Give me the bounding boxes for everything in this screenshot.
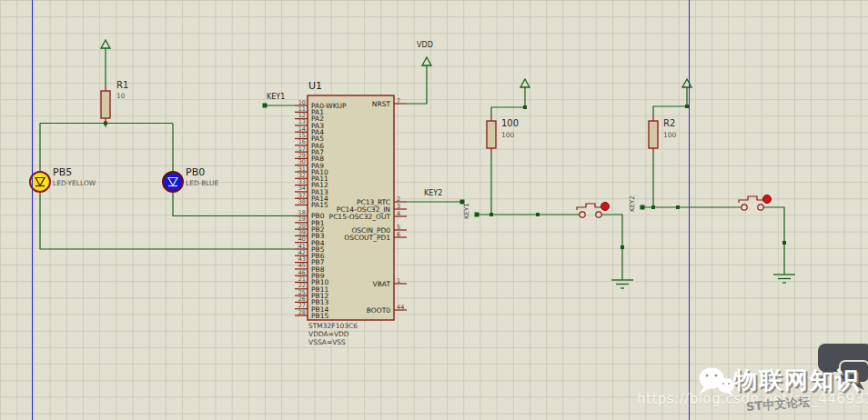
ground-right-icon — [773, 275, 795, 283]
power-label-vdd: VDD — [417, 41, 433, 49]
wire-pb0led-pin18 — [173, 192, 295, 216]
watermark-wechat-text: 物联网知识 — [733, 365, 861, 396]
wires[interactable] — [40, 48, 784, 280]
rkey1-value: 100 — [501, 131, 514, 139]
pin-name: PC15-OSC32_OUT — [329, 213, 391, 221]
net-label-key2-rotated: KEY2 — [629, 195, 636, 212]
mcu-note-vssa: VSSA=VSS — [308, 338, 346, 346]
pin-name: PB15 — [311, 312, 328, 320]
pin-number: 28 — [298, 309, 306, 316]
resistor-r1 — [101, 85, 110, 124]
pin-number: 44 — [397, 304, 404, 311]
push-button-key2 — [739, 195, 772, 211]
wire-nrst-vdd — [407, 65, 427, 104]
pin-number: 5 — [397, 224, 400, 231]
terminal-key1-mid — [475, 213, 479, 217]
net-label-key1: KEY1 — [267, 93, 285, 101]
resistor-key1 — [487, 115, 496, 154]
wire-pb5led-pin41 — [40, 192, 295, 249]
pin-name: VBAT — [373, 280, 391, 288]
pin-number: 38 — [298, 198, 306, 205]
wire-mid-row-right — [601, 215, 622, 280]
pin-number: 2 — [397, 195, 400, 203]
power-arrow-mid-icon — [520, 79, 530, 87]
led-blue-value: LED-BLUE — [186, 179, 218, 187]
proteus-schematic-canvas: 10PA0-WKUP11PA112PA213PA314PA415PA516PA6… — [0, 0, 868, 420]
terminal-key2-far — [641, 205, 645, 210]
button-actuator-key1[interactable] — [601, 203, 610, 211]
r2-ref: R2 — [663, 118, 675, 128]
rkey1-ref: 100 — [501, 118, 519, 128]
pin-name: BOOT0 — [367, 306, 390, 315]
r2-value: 100 — [663, 131, 676, 139]
pin-number: 1 — [397, 277, 400, 285]
pin-number: 6 — [397, 231, 400, 238]
terminal-key1-left — [263, 104, 267, 108]
led-yellow-ref: PB5 — [53, 166, 72, 178]
led-yellow-value: LED-YELLOW — [53, 179, 96, 187]
wire-right-row-right — [763, 207, 784, 275]
ground-terminals[interactable] — [611, 275, 795, 288]
r1-value: 10 — [116, 92, 126, 100]
mcu-part-number: STM32F103C6 — [308, 322, 358, 330]
pin-number: 4 — [397, 210, 400, 217]
led-blue-pb0 — [163, 172, 183, 192]
pin-name: OSCOUT_PD1 — [344, 234, 390, 242]
push-button-key1 — [577, 203, 610, 218]
r1-ref: R1 — [116, 80, 128, 90]
power-terminals[interactable] — [101, 40, 691, 87]
pin-number: 3 — [397, 203, 400, 210]
pin-number: 7 — [397, 97, 400, 105]
resistor-r2 — [649, 115, 658, 154]
mcu-note-vdda: VDDA=VDD — [308, 330, 349, 338]
net-label-key1-rotated: KEY1 — [463, 203, 470, 219]
net-label-key2: KEY2 — [424, 189, 442, 197]
power-arrow-right-icon — [682, 79, 691, 87]
schematic-drawing: 10PA0-WKUP11PA112PA213PA314PA415PA516PA6… — [0, 0, 868, 420]
led-yellow-pb5 — [30, 172, 50, 192]
led-blue-ref: PB0 — [186, 166, 205, 178]
wire-right-power — [653, 87, 687, 115]
button-actuator-key2[interactable] — [763, 195, 772, 204]
pin-name: NRST — [372, 100, 391, 108]
sheet-border-left — [32, 0, 33, 420]
ground-mid-icon — [611, 280, 633, 288]
power-arrow-icon — [101, 40, 110, 48]
mcu-ref: U1 — [308, 80, 322, 92]
sheet-border-right — [689, 0, 690, 420]
wire-junctions — [104, 105, 786, 249]
wire-mid-power — [491, 87, 525, 115]
pin-name: PA15 — [311, 201, 328, 209]
power-arrow-vdd-icon — [422, 57, 431, 65]
